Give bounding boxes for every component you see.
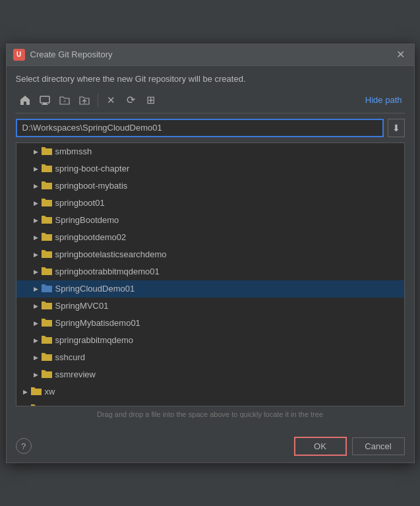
- tree-item[interactable]: ▶springbootrabbitmqdemo01: [16, 263, 404, 280]
- tree-item-label: xw: [45, 387, 55, 396]
- folder-icon: [42, 334, 52, 346]
- tree-item[interactable]: ▶springboot-mybatis: [16, 177, 404, 195]
- tree-item-label: SpringCloudDemo01: [55, 284, 135, 294]
- path-row: ⬇: [16, 119, 405, 137]
- drag-hint: Drag and drop a file into the space abov…: [16, 406, 405, 422]
- ok-button[interactable]: OK: [294, 437, 347, 456]
- expand-arrow-icon: ▶: [31, 301, 42, 311]
- desktop-button[interactable]: [36, 92, 54, 109]
- path-download-button[interactable]: ⬇: [388, 119, 405, 137]
- tree-item[interactable]: ▶springboot01: [16, 195, 404, 212]
- svg-text:+: +: [63, 99, 65, 104]
- tree-item-label: springboot-mybatis: [55, 181, 128, 191]
- expand-arrow-icon: ▶: [31, 181, 42, 191]
- folder-icon: [42, 146, 52, 157]
- tree-item[interactable]: ▶spring-boot-chapter: [16, 160, 404, 177]
- folder-icon: [42, 163, 52, 174]
- new-folder-button[interactable]: +: [55, 92, 74, 109]
- hide-path-button[interactable]: Hide path: [363, 94, 405, 106]
- svg-rect-0: [40, 96, 49, 103]
- tree-item-label: SpringBootdemo: [55, 215, 119, 225]
- home-button[interactable]: [16, 92, 34, 109]
- refresh-button[interactable]: ⟳: [122, 92, 140, 109]
- tree-item-label: spring-boot-chapter: [55, 164, 130, 174]
- tree-item[interactable]: ▶springbootdemo02: [16, 229, 404, 246]
- expand-arrow-icon: ▶: [31, 352, 42, 363]
- help-button[interactable]: ?: [16, 438, 32, 454]
- tree-item[interactable]: ▶SpringMybatisdemo01: [16, 315, 404, 332]
- folder-icon: [42, 300, 52, 311]
- footer: ? OK Cancel: [7, 430, 414, 462]
- tree-item[interactable]: ▶smbmssh: [16, 143, 404, 160]
- tree-item-label: springboot01: [55, 198, 105, 208]
- tree-item-label: ssmreview: [55, 369, 96, 379]
- folder-icon: [42, 197, 52, 208]
- svg-rect-2: [42, 104, 48, 105]
- svg-rect-1: [43, 103, 47, 104]
- app-icon: U: [13, 49, 25, 61]
- expand-button[interactable]: ⊞: [142, 92, 160, 109]
- tree-item[interactable]: ▶xw: [16, 383, 404, 400]
- tree-item-label: SpringMybatisdemo01: [55, 318, 140, 328]
- separator-1: [98, 94, 98, 107]
- dialog-description: Select directory where the new Git repos…: [16, 74, 405, 84]
- tree-item-label: SpringMVC01: [55, 301, 109, 311]
- tree-item-label: springrabbitmqdemo: [55, 335, 134, 345]
- toolbar: + ✕ ⟳ ⊞ Hide path: [16, 92, 405, 113]
- tree-item[interactable]: ▶SpringBootdemo: [16, 212, 404, 229]
- folder-icon: [42, 317, 52, 329]
- tree-item-label: smbmssh: [55, 146, 92, 156]
- expand-arrow-icon: ▶: [20, 387, 31, 397]
- close-button[interactable]: ✕: [394, 48, 407, 61]
- expand-arrow-icon: ▶: [31, 369, 42, 380]
- expand-arrow-icon: ▶: [31, 267, 42, 277]
- folder-icon: [42, 214, 52, 226]
- cancel-button[interactable]: Cancel: [352, 437, 405, 455]
- delete-button[interactable]: ✕: [102, 92, 121, 109]
- folder-icon: [42, 369, 52, 380]
- tree-item[interactable]: ▶SpringCloudDemo01: [16, 280, 404, 298]
- tree-item[interactable]: ▶ssmreview: [16, 366, 404, 383]
- expand-arrow-icon: ▶: [31, 215, 42, 226]
- up-folder-button[interactable]: [75, 92, 94, 109]
- folder-icon: [42, 249, 52, 260]
- tree-item[interactable]: ▶E:\: [16, 400, 404, 406]
- folder-icon: [31, 386, 42, 397]
- expand-arrow-icon: ▶: [31, 198, 42, 208]
- folder-icon: [42, 266, 52, 277]
- folder-icon: [42, 352, 52, 363]
- tree-item-label: sshcurd: [55, 352, 86, 362]
- expand-arrow-icon: ▶: [31, 146, 42, 157]
- tree-item[interactable]: ▶sshcurd: [16, 349, 404, 366]
- tree-item[interactable]: ▶springbootelasticsearchdemo: [16, 246, 404, 263]
- folder-icon: [42, 232, 52, 243]
- expand-arrow-icon: ▶: [31, 232, 42, 243]
- path-input[interactable]: [16, 119, 384, 137]
- file-tree[interactable]: ▶smbmssh▶spring-boot-chapter▶springboot-…: [16, 142, 405, 406]
- tree-item[interactable]: ▶SpringMVC01: [16, 298, 404, 315]
- tree-item[interactable]: ▶springrabbitmqdemo: [16, 332, 404, 349]
- dialog-title: Create Git Repository: [30, 49, 389, 59]
- expand-arrow-icon: ▶: [31, 164, 42, 174]
- expand-arrow-icon: ▶: [31, 249, 42, 260]
- expand-arrow-icon: ▶: [31, 284, 42, 294]
- title-bar: U Create Git Repository ✕: [7, 44, 414, 66]
- folder-icon: [42, 180, 52, 191]
- tree-item-label: springbootelasticsearchdemo: [55, 249, 167, 259]
- expand-arrow-icon: ▶: [31, 318, 42, 329]
- tree-item-label: springbootrabbitmqdemo01: [55, 267, 160, 276]
- tree-item-label: springbootdemo02: [55, 232, 127, 242]
- create-git-repo-dialog: U Create Git Repository ✕ Select directo…: [6, 44, 415, 463]
- folder-icon: [42, 283, 52, 294]
- dialog-body: Select directory where the new Git repos…: [7, 66, 414, 430]
- expand-arrow-icon: ▶: [31, 335, 42, 346]
